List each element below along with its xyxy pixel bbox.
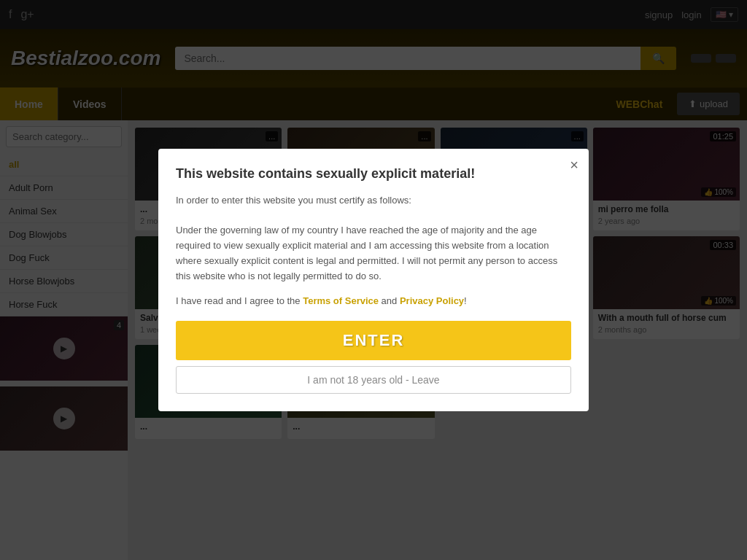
terms-of-service-link[interactable]: Terms of Service <box>303 295 379 306</box>
modal-agree-prefix: I have read and I agree to the <box>176 295 303 306</box>
modal-close-button[interactable]: × <box>570 158 578 172</box>
modal-certify-text: In order to enter this website you must … <box>176 193 571 209</box>
modal-agree-suffix: ! <box>464 295 467 306</box>
modal-agree-text: I have read and I agree to the Terms of … <box>176 295 571 306</box>
enter-button[interactable]: ENTER <box>176 321 571 360</box>
leave-button[interactable]: I am not 18 years old - Leave <box>176 366 571 394</box>
modal-overlay[interactable]: × This website contains sexually explici… <box>0 0 747 560</box>
privacy-policy-link[interactable]: Privacy Policy <box>400 295 464 306</box>
modal-title: This website contains sexually explicit … <box>176 166 571 182</box>
age-verification-modal: × This website contains sexually explici… <box>158 149 589 412</box>
modal-body-1: In order to enter this website you must … <box>176 193 571 284</box>
modal-law-text: Under the governing law of my country I … <box>176 223 571 284</box>
modal-agree-mid: and <box>379 295 400 306</box>
